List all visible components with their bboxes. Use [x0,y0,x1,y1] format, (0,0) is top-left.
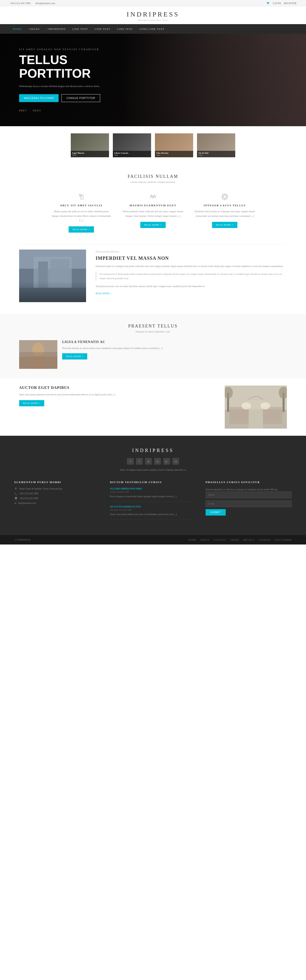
footer-social: f t in in g+ vk [14,458,292,465]
auctor-image [225,385,287,429]
svg-rect-1 [223,195,226,198]
thumb-4-title: Utr In Nisl [198,152,234,154]
top-bar: +00 (123) 456 7890 info@domain.com 🐦 LOG… [0,0,306,6]
footer-link-cookies[interactable]: COOKIES [259,539,271,541]
top-bar-right: 🐦 LOGIN REGISTER [266,2,296,5]
nav-pages[interactable]: • PAGES [25,24,43,34]
praesent-item-1-readmore[interactable]: READ MORE + [62,353,87,360]
footer-submit-button[interactable]: SUBMIT [206,509,226,515]
footer-link-terms[interactable]: TERMS [230,539,239,541]
social-instagram[interactable]: in [145,458,152,465]
feature-1: ARCU SIT AMET IACULIS Mattis purus dui n… [50,193,112,232]
praesent-section: PRAESENT TELLUS Aliquam sit amet imperdi… [0,314,306,379]
footer-fax-text: +00 (123) 456 7890 [19,497,38,500]
thumb-4-sub: View [198,154,234,156]
feature-1-icon [50,193,112,200]
svg-point-22 [241,402,251,409]
nav-link1[interactable]: LINK TEXT [69,24,91,34]
footer-link-home[interactable]: HOME [188,539,196,541]
footer-link-about[interactable]: ABOUT [200,539,210,541]
hero-primary-button[interactable]: MAECENAS PULVINAR [19,94,59,102]
footer-link-privacy[interactable]: PRIVACY [243,539,255,541]
feature-3-readmore[interactable]: READ MORE + [212,222,237,228]
footer-col-1-title: ELEMENTUM PURUS MORBI [14,480,100,484]
footer-col-2: DICTUM VESTIBULUM CURSUS ULLAMCORPER NON… [110,480,196,523]
footer-news-1-title[interactable]: ULLAMCORPER NON ODIO [110,487,196,490]
footer-address: 📍 Street Name & Number, Town, Postcode/Z… [14,487,100,490]
site-logo: INDRIPRESS [0,11,306,18]
praesent-header: PRAESENT TELLUS Aliquam sit amet imperdi… [19,324,287,333]
hero-next[interactable]: NEXT [33,109,41,112]
feature-2-readmore[interactable]: READ MORE + [140,222,166,228]
feature-1-desc: Mattis purus dui nulla ut erat ut tellus… [50,209,112,223]
main-nav: HOME • PAGES • DROPDOWN LINK TEXT LINK T… [0,24,306,34]
footer-description: Nunc vit tempor metus mauris dapibus viv… [14,468,292,471]
footer-copyright: © INDRIPRESS [14,539,30,541]
svg-point-23 [261,402,270,409]
footer-email-input[interactable] [206,500,292,507]
nav-home[interactable]: HOME [10,24,25,34]
thumb-3-sub: View [156,154,192,156]
nav-long-link[interactable]: LONG LINK TEXT [136,24,168,34]
footer-news-1-date: Friday, 4th April 2045 [110,491,196,493]
phone-icon: 📞 [14,492,17,495]
footer-columns: ELEMENTUM PURUS MORBI 📍 Street Name & Nu… [14,480,292,523]
hero-section: SIT AMET SODALES NON FEUGIAT CURABITUR T… [0,34,306,126]
footer-bottom: © INDRIPRESS HOME ABOUT CONTACT TERMS PR… [0,535,306,544]
footer-name-input[interactable] [206,492,292,498]
svg-rect-10 [50,259,69,302]
featured-post-p2: Et euismod sit et malesuada tellus suspe… [100,272,287,281]
thumb-3[interactable]: Ulm Alection View [155,134,193,157]
thumb-4[interactable]: Utr In Nisl View [197,134,235,157]
feature-2-title: MAURIS ELEMENTUM EGET [122,204,184,207]
footer-news-2-text: Donec risus diam finibus non risus vel b… [110,512,196,516]
bird-icon: 🐦 [266,2,270,5]
footer-logo-text: INDRIPRESS [14,448,292,453]
social-twitter[interactable]: t [136,458,143,465]
login-link[interactable]: LOGIN [273,2,281,5]
footer-logo: INDRIPRESS [14,448,292,453]
auctor-readmore[interactable]: READ MORE + [19,400,44,406]
footer-news-1: ULLAMCORPER NON ODIO Friday, 4th April 2… [110,487,196,502]
social-linkedin[interactable]: in [154,458,161,465]
location-icon: 📍 [14,488,17,490]
feature-1-readmore[interactable]: READ MORE + [69,226,94,232]
featured-post-content: Porta gravida nulla sem IMPERDIET VEL MA… [96,250,287,295]
social-vk[interactable]: vk [172,458,179,465]
fax-icon: 📠 [14,497,17,500]
hero-secondary-button[interactable]: CONGUE PORTTITOR [61,94,100,102]
social-googleplus[interactable]: g+ [163,458,170,465]
footer-link-disclaimer[interactable]: DISCLAIMER [275,539,292,541]
feature-3-desc: Eleifend vitae lacinia ut vulputate nisi… [194,209,256,218]
praesent-item-1-title: LIGULA VENENATIS AC [62,340,163,344]
featured-post-title: IMPERDIET VEL MASSA NON [96,256,287,261]
top-bar-left: +00 (123) 456 7890 info@domain.com [10,2,55,5]
footer-phone-text: +00 (123) 456 7890 [19,492,38,495]
footer-main: INDRIPRESS f t in in g+ vk Nunc vit temp… [0,436,306,535]
nav-link2[interactable]: LINK TEXT [91,24,114,34]
thumb-1[interactable]: Liget Mauris View [71,134,109,157]
auctor-title: AUCTOR EGET DAPIBUS [19,385,215,390]
logo-bar: INDRIPRESS quisque faucibus divi [0,6,306,24]
feature-1-title: ARCU SIT AMET IACULIS [50,204,112,207]
footer-link-contact[interactable]: CONTACT [214,539,226,541]
svg-rect-9 [38,261,48,302]
features-subtitle: Luctus sem nec molestie volutpat praesen… [0,180,306,183]
phone-number: +00 (123) 456 7890 [10,2,30,5]
featured-post-readmore[interactable]: Read More » [96,292,112,295]
footer-form: SUBMIT [206,492,292,515]
feature-3: INTEGER LACUS TELLUS Eleifend vitae laci… [194,193,256,232]
social-facebook[interactable]: f [127,458,134,465]
thumb-1-title: Liget Mauris [72,152,108,154]
hero-prev[interactable]: PREV [19,109,27,112]
footer-address-text: Street Name & Number, Town, Postcode/Zip [19,487,62,490]
register-link[interactable]: REGISTER [284,2,296,5]
footer-news-2-title[interactable]: AT LUCTUS DIAM LECTUS [110,505,196,508]
praesent-image-1 [19,340,57,369]
features-title: FACILISIS NULLAM [0,174,306,179]
praesent-title: PRAESENT TELLUS [19,324,287,329]
thumbnail-row: Liget Mauris View Libero Conval... View … [0,126,306,164]
nav-dropdown[interactable]: • DROPDOWN [43,24,69,34]
thumb-2[interactable]: Libero Conval... View [113,134,151,157]
nav-link3[interactable]: LINK TEXT [114,24,136,34]
